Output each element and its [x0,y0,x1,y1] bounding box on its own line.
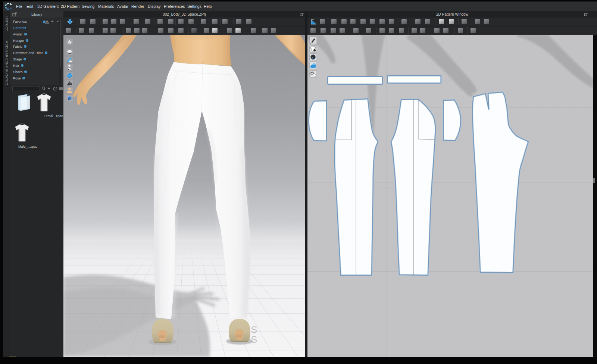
svg-text:S: S [251,334,257,345]
svg-text:i: i [312,56,313,59]
